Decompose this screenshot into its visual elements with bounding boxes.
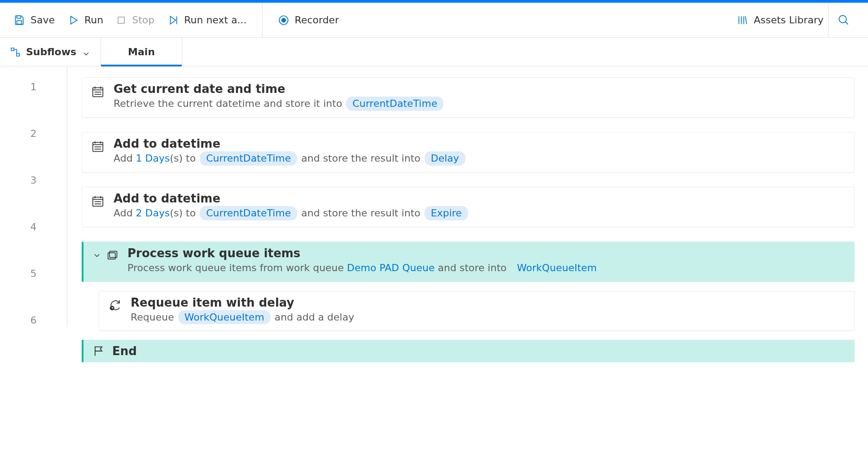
desc-text: and store the result into — [301, 153, 424, 164]
requeue-icon — [108, 296, 122, 312]
search-button[interactable] — [828, 3, 859, 38]
calendar-icon — [91, 137, 105, 153]
step-body: Process work queue items Process work qu… — [127, 246, 845, 275]
calendar-icon — [91, 82, 105, 98]
value-link[interactable]: 2 Days — [136, 207, 170, 219]
step-body: Requeue item with delay Requeue WorkQueu… — [131, 296, 845, 325]
calendar-icon — [91, 192, 105, 208]
svg-rect-14 — [11, 48, 14, 51]
value-link[interactable]: Demo PAD Queue — [347, 262, 434, 273]
line-gutter: 1 2 3 4 5 6 — [0, 66, 67, 327]
subflows-icon — [10, 47, 21, 57]
variable-pill[interactable]: WorkQueueItem — [511, 261, 603, 275]
value-link[interactable]: 1 Days — [136, 153, 170, 164]
svg-rect-34 — [108, 253, 115, 259]
run-button[interactable]: Run — [63, 12, 108, 29]
variable-pill[interactable]: Delay — [425, 151, 465, 166]
svg-point-12 — [839, 15, 846, 22]
desc-text: Add — [114, 153, 136, 164]
step-desc: Add 1 Days(s) to CurrentDateTime and sto… — [114, 151, 845, 166]
toolbar-group-actions: Save Run Stop Run next a... — [9, 12, 251, 29]
desc-text: and store the result into — [301, 207, 424, 219]
tabs-row: Subflows Main — [0, 38, 868, 66]
search-icon — [837, 14, 850, 26]
step-title: Add to datetime — [114, 192, 845, 205]
step-icon — [167, 14, 179, 26]
run-next-label: Run next a... — [184, 14, 246, 26]
step-desc: Add 2 Days(s) to CurrentDateTime and sto… — [114, 206, 845, 220]
svg-marker-2 — [71, 16, 77, 24]
svg-rect-35 — [110, 251, 117, 257]
svg-rect-0 — [17, 16, 21, 18]
steps-list: Get current date and time Retrieve the c… — [67, 66, 868, 373]
variable-pill[interactable]: CurrentDateTime — [346, 97, 443, 111]
desc-text: (s) to — [170, 207, 199, 219]
save-label: Save — [31, 14, 55, 26]
step-desc: Requeue WorkQueueItem and add a delay — [131, 310, 845, 325]
tab-main-label: Main — [128, 46, 155, 57]
subflows-label: Subflows — [26, 46, 76, 57]
step-body: Get current date and time Retrieve the c… — [114, 82, 845, 111]
record-icon — [278, 14, 289, 26]
stop-button: Stop — [111, 12, 159, 28]
desc-text: Process work queue items from work queue — [127, 262, 347, 273]
step-desc: Process work queue items from work queue… — [127, 261, 845, 275]
variable-pill[interactable]: CurrentDateTime — [200, 151, 297, 166]
step-process-queue[interactable]: Process work queue items Process work qu… — [82, 242, 855, 282]
queue-icon — [106, 249, 118, 262]
assets-library-button[interactable]: Assets Library — [732, 12, 828, 29]
stop-icon — [116, 15, 127, 26]
desc-text: and store into — [435, 262, 510, 273]
flag-icon — [92, 345, 105, 357]
line-number: 5 — [31, 267, 37, 280]
chevron-down-icon[interactable] — [92, 251, 101, 260]
step-end[interactable]: End — [82, 340, 855, 362]
svg-rect-1 — [17, 21, 22, 24]
svg-rect-3 — [118, 17, 124, 23]
line-number: 4 — [31, 220, 37, 233]
flow-canvas: 1 2 3 4 5 6 Get current date and time Re… — [0, 66, 868, 373]
run-label: Run — [84, 14, 103, 26]
tab-main[interactable]: Main — [101, 38, 182, 66]
step-controls — [92, 246, 118, 262]
play-icon — [67, 14, 79, 26]
step-body: Add to datetime Add 2 Days(s) to Current… — [114, 192, 845, 220]
subflows-dropdown[interactable]: Subflows — [0, 38, 101, 66]
run-next-button[interactable]: Run next a... — [162, 12, 251, 29]
toolbar-separator — [262, 3, 263, 38]
line-number: 3 — [31, 173, 37, 187]
svg-marker-4 — [171, 16, 176, 24]
step-title: Add to datetime — [114, 137, 845, 150]
step-title: Requeue item with delay — [131, 296, 845, 309]
step-desc: Retrieve the current datetime and store … — [114, 97, 845, 111]
step-add-datetime-1[interactable]: Add to datetime Add 1 Days(s) to Current… — [82, 132, 855, 172]
desc-text: (s) to — [170, 153, 199, 164]
stop-label: Stop — [132, 14, 154, 26]
line-number: 6 — [31, 313, 37, 327]
step-add-datetime-2[interactable]: Add to datetime Add 2 Days(s) to Current… — [82, 187, 855, 227]
desc-text: Retrieve the current datetime and store … — [114, 98, 345, 109]
step-requeue-item[interactable]: Requeue item with delay Requeue WorkQueu… — [99, 291, 855, 331]
svg-line-13 — [846, 22, 848, 24]
step-get-datetime[interactable]: Get current date and time Retrieve the c… — [82, 77, 855, 118]
variable-pill[interactable]: WorkQueueItem — [178, 310, 271, 325]
step-title: Process work queue items — [127, 246, 845, 260]
svg-point-7 — [281, 18, 285, 22]
library-icon — [736, 14, 748, 26]
variable-pill[interactable]: CurrentDateTime — [200, 206, 297, 220]
step-body: Add to datetime Add 1 Days(s) to Current… — [114, 137, 845, 166]
save-button[interactable]: Save — [9, 12, 59, 29]
step-title: Get current date and time — [114, 82, 845, 96]
recorder-label: Recorder — [295, 14, 339, 26]
nested-block: Process work queue items Process work qu… — [82, 242, 855, 363]
desc-text: and add a delay — [275, 312, 354, 323]
desc-text: Requeue — [131, 312, 177, 323]
variable-pill[interactable]: Expire — [425, 206, 468, 220]
toolbar: Save Run Stop Run next a... Recorder — [0, 3, 868, 38]
line-number: 2 — [31, 127, 37, 140]
save-icon — [13, 14, 25, 26]
recorder-button[interactable]: Recorder — [273, 12, 344, 29]
svg-line-11 — [745, 16, 747, 24]
step-title: End — [112, 344, 137, 358]
svg-rect-15 — [17, 53, 19, 56]
